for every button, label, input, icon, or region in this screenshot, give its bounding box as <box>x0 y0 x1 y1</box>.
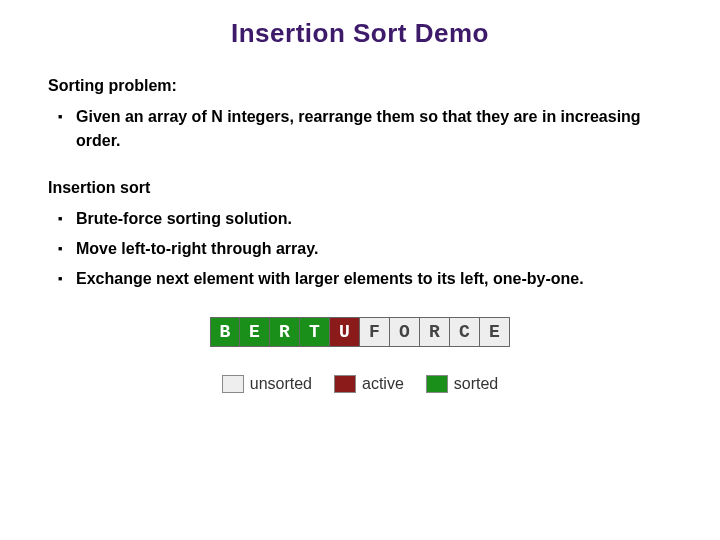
array-cell: C <box>450 317 480 347</box>
legend-label: sorted <box>454 375 498 393</box>
list-item: Exchange next element with larger elemen… <box>76 267 672 291</box>
array-cell: F <box>360 317 390 347</box>
array-visualization: B E R T U F O R C E <box>210 317 510 347</box>
legend-item-unsorted: unsorted <box>222 375 312 393</box>
legend: unsorted active sorted <box>222 375 499 393</box>
array-cell: T <box>300 317 330 347</box>
list-item: Move left-to-right through array. <box>76 237 672 261</box>
section-heading-problem: Sorting problem: <box>48 77 672 95</box>
legend-label: unsorted <box>250 375 312 393</box>
list-item: Given an array of N integers, rearrange … <box>76 105 672 153</box>
swatch-icon <box>426 375 448 393</box>
legend-item-sorted: sorted <box>426 375 498 393</box>
array-cell: R <box>270 317 300 347</box>
bullet-list-problem: Given an array of N integers, rearrange … <box>48 105 672 153</box>
swatch-icon <box>334 375 356 393</box>
array-cell: E <box>480 317 510 347</box>
legend-item-active: active <box>334 375 404 393</box>
bullet-list-insertion: Brute-force sorting solution. Move left-… <box>48 207 672 291</box>
array-cell: E <box>240 317 270 347</box>
section-heading-insertion: Insertion sort <box>48 179 672 197</box>
legend-label: active <box>362 375 404 393</box>
array-cell: B <box>210 317 240 347</box>
array-cell: O <box>390 317 420 347</box>
page-title: Insertion Sort Demo <box>48 18 672 49</box>
swatch-icon <box>222 375 244 393</box>
list-item: Brute-force sorting solution. <box>76 207 672 231</box>
array-cell: U <box>330 317 360 347</box>
array-cell: R <box>420 317 450 347</box>
